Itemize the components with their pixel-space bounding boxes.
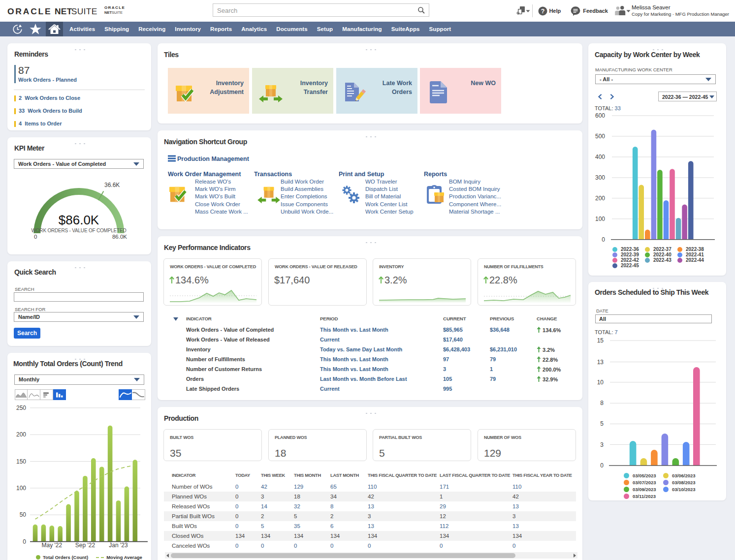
svg-text:?: ? (541, 8, 545, 15)
svg-text:0: 0 (600, 462, 604, 469)
svg-text:250: 250 (16, 404, 26, 411)
svg-text:200: 200 (595, 195, 605, 202)
svg-text:NET: NET (55, 7, 72, 16)
svg-text:Sep '22: Sep '22 (75, 542, 96, 549)
svg-text:Jan '23: Jan '23 (109, 542, 128, 549)
svg-text:$86.0K: $86.0K (59, 213, 99, 227)
svg-text:100: 100 (16, 485, 26, 492)
svg-text:400: 400 (595, 154, 605, 160)
svg-text:13: 13 (597, 359, 604, 366)
svg-text:0: 0 (34, 234, 37, 240)
svg-text:10: 10 (597, 379, 604, 386)
svg-text:WORK ORDERS - VALUE OF COMPLET: WORK ORDERS - VALUE OF COMPLETED (32, 228, 127, 233)
svg-text:600: 600 (595, 112, 605, 119)
svg-text:ORACLE: ORACLE (7, 7, 52, 16)
svg-text:15: 15 (597, 337, 604, 344)
svg-text:36.6K: 36.6K (104, 182, 120, 188)
svg-text:NETSUITE: NETSUITE (104, 10, 123, 15)
svg-text:3: 3 (600, 441, 604, 448)
svg-text:May '22: May '22 (41, 542, 62, 549)
svg-text:200: 200 (16, 431, 26, 438)
svg-text:150: 150 (16, 458, 26, 465)
svg-text:ORACLE: ORACLE (104, 5, 125, 10)
svg-text:0: 0 (602, 236, 605, 243)
svg-text:500: 500 (595, 133, 605, 140)
svg-text:0: 0 (23, 538, 26, 545)
svg-text:8: 8 (600, 400, 604, 406)
svg-text:50: 50 (20, 511, 27, 518)
svg-text:5: 5 (600, 420, 604, 427)
svg-text:100: 100 (595, 216, 605, 222)
svg-text:SUITE: SUITE (71, 7, 97, 16)
svg-text:300: 300 (595, 174, 605, 181)
svg-text:86.0K: 86.0K (112, 234, 127, 240)
